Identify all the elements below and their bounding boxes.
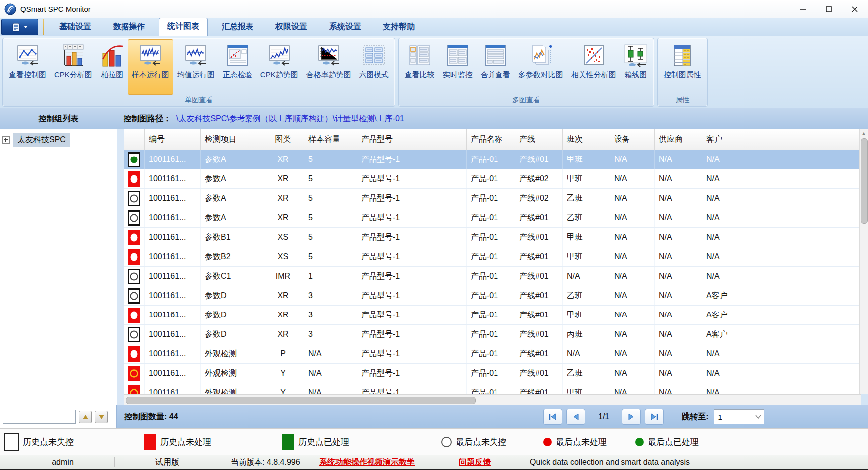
column-header-2[interactable]: 检测项目: [201, 129, 265, 150]
tree-expander-plus-icon[interactable]: [2, 136, 10, 144]
control-chart-icon: [16, 43, 40, 69]
table-row[interactable]: 1001161...参数AXR5产品型号-1产品-01产线#01甲班N/AN/A…: [124, 150, 861, 169]
merged-view-button[interactable]: 合并查看: [477, 39, 514, 95]
legend-item: 历史点未失控: [4, 433, 74, 451]
box-plot-button[interactable]: 箱线图: [620, 39, 652, 95]
tree-node-label[interactable]: 太友科技SPC: [13, 133, 70, 147]
table-row[interactable]: 1001161...参数DXR3产品型号-1产品-01产线#01甲班N/AN/A…: [124, 306, 861, 325]
column-header-5[interactable]: 产品型号: [357, 129, 467, 150]
table-row[interactable]: 1001161...参数B1XS5产品型号-1产品-01产线#01甲班N/AN/…: [124, 228, 861, 247]
column-header-9[interactable]: 设备: [610, 129, 655, 150]
cell-6: 产品-01: [467, 364, 515, 383]
cell-9: N/A: [610, 364, 655, 383]
cell-4: 1: [301, 267, 357, 286]
normality-test-button[interactable]: 正态检验: [219, 39, 256, 95]
tab-basic-settings[interactable]: 基础设置: [51, 19, 99, 36]
search-down-button[interactable]: [95, 411, 108, 423]
legend-label: 最后点未失控: [456, 436, 506, 448]
cell-1: 1001161...: [145, 306, 201, 324]
row-status-red-white-dot-icon: [124, 344, 145, 363]
cell-3: Y: [265, 364, 301, 383]
column-header-10[interactable]: 供应商: [655, 129, 702, 150]
tab-permission-settings[interactable]: 权限设置: [267, 19, 315, 36]
horizontal-scrollbar-thumb[interactable]: [126, 397, 476, 404]
cell-5: 产品型号-1: [357, 189, 467, 208]
vertical-scrollbar[interactable]: ▲: [859, 129, 868, 394]
scroll-up-icon[interactable]: ▲: [860, 129, 868, 137]
jump-to-dropdown[interactable]: 1: [714, 409, 764, 424]
cell-4: 5: [301, 189, 357, 208]
cell-3: XR: [265, 169, 301, 188]
minimize-button[interactable]: [790, 1, 816, 18]
correlation-analysis-chart-button[interactable]: 相关性分析图: [567, 39, 620, 95]
tab-statistical-charts[interactable]: 统计图表: [159, 18, 208, 36]
column-header-3[interactable]: 图类: [265, 129, 301, 150]
column-header-1[interactable]: 编号: [145, 129, 201, 150]
cpk-analysis-chart-button[interactable]: CPK分析图: [50, 39, 96, 95]
ribbon-button-label: 查看比较: [405, 70, 435, 80]
search-up-button[interactable]: [79, 411, 92, 423]
mean-run-chart-button[interactable]: 均值运行图: [173, 39, 219, 95]
table-row[interactable]: 1001161...外观检测PN/A产品型号-1产品-01产线#01N/AN/A…: [124, 344, 861, 364]
video-tutorial-link[interactable]: 系统功能操作视频演示教学: [319, 457, 415, 468]
view-compare-button[interactable]: 查看比较: [401, 39, 439, 95]
view-control-chart-button[interactable]: 查看控制图: [5, 39, 50, 95]
tab-system-settings[interactable]: 系统设置: [321, 19, 369, 36]
legend-label: 历史点已处理: [298, 436, 349, 448]
realtime-monitor-button[interactable]: 实时监控: [439, 39, 477, 95]
ribbon-button-label: CPK趋势图: [260, 70, 298, 80]
cell-8: 甲班: [563, 150, 610, 169]
close-button[interactable]: [842, 1, 868, 18]
column-header-8[interactable]: 班次: [563, 129, 610, 150]
control-chart-properties-button[interactable]: 控制图属性: [660, 39, 705, 95]
cell-8: 甲班: [563, 169, 610, 188]
cell-2: 外观检测: [201, 344, 265, 363]
table-row[interactable]: 1001161...参数DXR3产品型号-1产品-01产线#01乙班N/AN/A…: [124, 286, 861, 306]
tree-search-input[interactable]: [3, 410, 76, 424]
vertical-scrollbar-thumb[interactable]: [861, 138, 868, 224]
table-row[interactable]: 1001161...参数DXR3产品型号-1产品-01产线#01丙班N/AN/A…: [124, 325, 861, 344]
pass-rate-trend-chart-button[interactable]: 合格率趋势图: [302, 39, 355, 95]
pareto-chart-button[interactable]: 柏拉图: [96, 39, 128, 95]
table-row[interactable]: 1001161...参数AXR5产品型号-1产品-01产线#01乙班N/AN/A…: [124, 208, 861, 228]
tab-support-help[interactable]: 支持帮助: [375, 19, 423, 36]
realtime-icon: [446, 43, 470, 69]
cell-1: 1001161...: [145, 150, 201, 169]
first-page-button[interactable]: [543, 409, 562, 425]
six-chart-mode-button[interactable]: 六图模式: [355, 39, 393, 95]
tab-data-operations[interactable]: 数据操作: [105, 19, 153, 36]
ribbon-group-3: 控制图属性属性: [657, 38, 708, 107]
table-row[interactable]: 1001161...参数AXR5产品型号-1产品-01产线#02乙班N/AN/A…: [124, 189, 861, 208]
mean-run-icon: [184, 43, 208, 69]
cpk-trend-chart-button[interactable]: CPK趋势图: [256, 39, 302, 95]
cell-3: XR: [265, 150, 301, 169]
tab-summary-reports[interactable]: 汇总报表: [214, 19, 261, 36]
column-header-6[interactable]: 产品名称: [467, 129, 515, 150]
column-header-4[interactable]: 样本容量: [301, 129, 357, 150]
multi-parameter-compare-chart-button[interactable]: 多参数对比图: [514, 39, 567, 95]
table-row[interactable]: 1001161...参数C1IMR1产品型号-1产品-01产线#01N/AN/A…: [124, 267, 861, 286]
row-status-white-hollow-icon: [124, 286, 145, 305]
next-page-button[interactable]: [622, 409, 641, 425]
panel-splitter[interactable]: [117, 129, 124, 405]
cell-11: N/A: [702, 247, 861, 266]
column-header-7[interactable]: 产线: [515, 129, 563, 150]
cell-7: 产线#01: [515, 267, 563, 286]
table-row[interactable]: 1001161...外观检测YN/A产品型号-1产品-01产线#01乙班N/AN…: [124, 364, 861, 383]
previous-page-button[interactable]: [566, 409, 585, 425]
table-body: 1001161...参数AXR5产品型号-1产品-01产线#01甲班N/AN/A…: [124, 150, 861, 403]
tree-node-root[interactable]: 太友科技SPC: [2, 133, 117, 147]
table-row[interactable]: 1001161...参数B2XS5产品型号-1产品-01产线#01甲班N/AN/…: [124, 247, 861, 267]
last-page-button[interactable]: [645, 409, 664, 425]
sample-run-chart-button[interactable]: 样本运行图: [128, 39, 173, 95]
column-header-status[interactable]: [124, 129, 145, 150]
feedback-link[interactable]: 问题反馈: [459, 457, 491, 468]
maximize-button[interactable]: [816, 1, 842, 18]
chevron-down-icon[interactable]: [753, 415, 764, 419]
table-row[interactable]: 1001161...参数AXR5产品型号-1产品-01产线#02甲班N/AN/A…: [124, 169, 861, 189]
cell-9: N/A: [610, 208, 655, 227]
app-menu-button[interactable]: [1, 19, 38, 35]
horizontal-scrollbar[interactable]: [124, 394, 861, 405]
cell-2: 参数A: [201, 208, 265, 227]
column-header-11[interactable]: 客户: [702, 129, 861, 150]
